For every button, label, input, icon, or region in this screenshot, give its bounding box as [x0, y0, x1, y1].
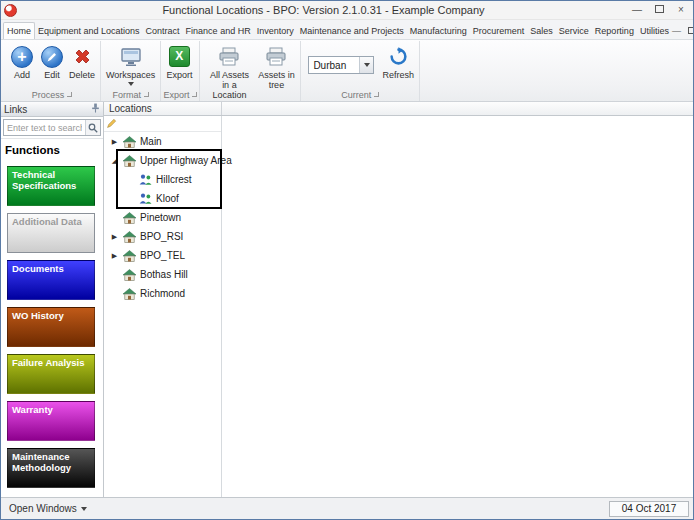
export-button[interactable]: Export [164, 43, 194, 81]
delete-button-label: Delete [69, 70, 95, 80]
links-panel-title: Links [4, 104, 91, 115]
tree-item-label: Bothas Hill [137, 269, 188, 280]
tree-item-label: BPO_RSI [137, 231, 183, 242]
edit-button-label: Edit [44, 70, 60, 80]
tree-item-hillcrest[interactable]: Hillcrest [104, 170, 221, 189]
function-button-documents[interactable]: Documents [7, 260, 95, 300]
tree-item-label: BPO_TEL [137, 250, 185, 261]
grid-header-row: Locations [104, 102, 693, 116]
tree-item-bpo-tel[interactable]: ▶ BPO_TEL [104, 246, 221, 265]
chevron-down-icon [364, 63, 370, 67]
tree-item-bpo-rsi[interactable]: ▶ BPO_RSI [104, 227, 221, 246]
title-bar: Functional Locations - BPO: Version 2.1.… [1, 1, 693, 20]
ribbon-tab-row: Home Equipment and Locations Contract Fi… [1, 20, 693, 40]
close-icon[interactable]: × [674, 3, 688, 17]
function-button-maintenance-methodology[interactable]: Maintenance Methodology [7, 448, 95, 488]
tab-equipment-and-locations[interactable]: Equipment and Locations [35, 23, 143, 39]
dialog-launcher-icon[interactable] [192, 92, 197, 97]
grid-body: ▶ Main ◢ Upper Highway Area Hillcrest [104, 116, 693, 497]
search-input[interactable] [4, 120, 85, 135]
group-label-export: Export [163, 90, 189, 100]
workspaces-icon [120, 44, 142, 69]
people-icon [137, 174, 153, 185]
function-button-label: Additional Data [12, 216, 82, 227]
house-icon [121, 288, 137, 300]
tab-sales[interactable]: Sales [527, 23, 556, 39]
group-label-current: Current [341, 90, 371, 100]
house-icon [121, 250, 137, 262]
tree-item-pinetown[interactable]: Pinetown [104, 208, 221, 227]
expand-icon[interactable]: ▶ [108, 246, 121, 265]
mdi-minimize-icon[interactable]: — [672, 26, 681, 36]
house-icon [121, 155, 137, 167]
tree-item-label: Hillcrest [153, 174, 192, 185]
group-label-process: Process [32, 90, 65, 100]
delete-button[interactable]: Delete [67, 43, 97, 81]
function-button-warranty[interactable]: Warranty [7, 401, 95, 441]
minimize-icon[interactable]: — [630, 3, 644, 17]
house-icon [121, 136, 137, 148]
tree-item-label: Kloof [153, 193, 179, 204]
workspaces-button[interactable]: Workspaces [104, 43, 157, 87]
house-icon [121, 212, 137, 224]
tab-contract[interactable]: Contract [143, 23, 183, 39]
tab-maintenance-and-projects[interactable]: Maintenance and Projects [297, 23, 407, 39]
pin-icon[interactable] [91, 103, 100, 115]
tab-utilities[interactable]: Utilities [637, 23, 672, 39]
expand-icon[interactable]: ▶ [108, 132, 121, 151]
status-bar: Open Windows 04 Oct 2017 [1, 497, 693, 519]
export-excel-icon [169, 46, 190, 67]
column-header-locations[interactable]: Locations [104, 102, 222, 115]
tab-finance-and-hr[interactable]: Finance and HR [183, 23, 254, 39]
collapse-icon[interactable]: ◢ [108, 151, 121, 170]
print-all-assets-label: All Assets in a Location [205, 70, 253, 100]
function-button-label: Failure Analysis [12, 357, 85, 368]
dialog-launcher-icon[interactable] [374, 92, 379, 97]
functions-panel-title: Functions [5, 144, 103, 156]
tree-item-upper-highway-area[interactable]: ◢ Upper Highway Area [104, 151, 221, 170]
print-assets-in-tree-button[interactable]: Assets in tree [255, 43, 297, 91]
search-button[interactable] [85, 120, 100, 135]
group-label-format: Format [112, 90, 141, 100]
tree-item-main[interactable]: ▶ Main [104, 132, 221, 151]
export-button-label: Export [166, 70, 192, 80]
tab-inventory[interactable]: Inventory [254, 23, 297, 39]
tab-manufacturing[interactable]: Manufacturing [407, 23, 470, 39]
dialog-launcher-icon[interactable] [144, 92, 149, 97]
printer-icon [265, 44, 287, 69]
function-button-wo-history[interactable]: WO History [7, 307, 95, 347]
tree-item-richmond[interactable]: Richmond [104, 284, 221, 303]
tab-service[interactable]: Service [556, 23, 592, 39]
function-button-failure-analysis[interactable]: Failure Analysis [7, 354, 95, 394]
tree-item-bothas-hill[interactable]: Bothas Hill [104, 265, 221, 284]
tree-item-label: Pinetown [137, 212, 181, 223]
dialog-launcher-icon[interactable] [67, 92, 72, 97]
edit-pencil-icon [107, 118, 117, 130]
print-all-assets-button[interactable]: All Assets in a Location [203, 43, 255, 101]
locations-grid: Locations ▶ Main ◢ [104, 102, 693, 497]
combo-dropdown-button[interactable] [359, 57, 373, 73]
site-select[interactable]: Durban [308, 56, 374, 74]
ribbon-group-format: Workspaces Format [101, 41, 161, 101]
add-button[interactable]: Add [7, 43, 37, 81]
expand-icon[interactable]: ▶ [108, 227, 121, 246]
delete-icon [73, 44, 92, 69]
maximize-icon[interactable] [652, 3, 666, 17]
function-button-additional-data[interactable]: Additional Data [7, 213, 95, 253]
tab-procurement[interactable]: Procurement [470, 23, 528, 39]
refresh-button-label: Refresh [382, 70, 414, 80]
printer-icon [218, 44, 240, 69]
function-button-label: Documents [12, 263, 64, 274]
mdi-restore-icon[interactable] [688, 26, 693, 36]
edit-button[interactable]: Edit [37, 43, 67, 81]
function-button-technical-specifications[interactable]: Technical Specifications [7, 166, 95, 206]
grid-filter-row[interactable] [104, 116, 221, 132]
tree-item-label: Main [137, 136, 162, 147]
tree-item-kloof[interactable]: Kloof [104, 189, 221, 208]
refresh-button[interactable]: Refresh [380, 43, 416, 81]
open-windows-button[interactable]: Open Windows [5, 501, 91, 516]
search-box [3, 119, 101, 136]
tab-home[interactable]: Home [3, 22, 35, 40]
app-logo-icon [4, 4, 17, 17]
tab-reporting[interactable]: Reporting [592, 23, 637, 39]
